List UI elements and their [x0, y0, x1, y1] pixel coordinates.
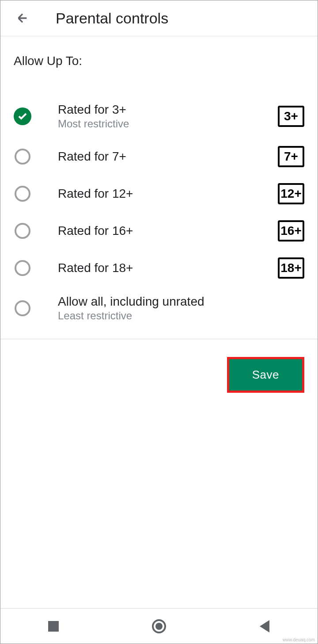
content-area: Allow Up To: Rated for 3+ Most restricti…	[0, 36, 318, 393]
age-badge-16: 16+	[278, 220, 304, 242]
option-label: Rated for 18+	[58, 261, 278, 275]
page-title: Parental controls	[56, 10, 168, 27]
button-row: Save	[14, 357, 304, 393]
watermark: www.deuaq.com	[283, 637, 315, 642]
rating-option-all[interactable]: Allow all, including unrated Least restr…	[14, 287, 304, 330]
option-text: Rated for 18+	[58, 261, 278, 275]
rating-option-18[interactable]: Rated for 18+ 18+	[14, 249, 304, 287]
radio-unselected-icon	[14, 148, 31, 165]
option-label: Allow all, including unrated	[58, 295, 304, 309]
radio-unselected-icon	[14, 185, 31, 203]
option-text: Rated for 3+ Most restrictive	[58, 103, 278, 130]
option-label: Rated for 12+	[58, 187, 278, 201]
nav-back-icon[interactable]	[247, 609, 282, 644]
rating-option-7[interactable]: Rated for 7+ 7+	[14, 138, 304, 175]
nav-home-icon[interactable]	[141, 609, 177, 644]
option-text: Rated for 16+	[58, 224, 278, 238]
age-badge-12: 12+	[278, 183, 304, 204]
option-label: Rated for 3+	[58, 103, 278, 117]
radio-selected-icon	[14, 107, 31, 125]
radio-unselected-icon	[14, 222, 31, 240]
save-button-highlight: Save	[227, 357, 304, 393]
option-text: Rated for 7+	[58, 150, 278, 164]
age-badge-18: 18+	[278, 257, 304, 279]
age-badge-3: 3+	[278, 106, 304, 127]
radio-unselected-icon	[14, 299, 31, 317]
option-label: Rated for 16+	[58, 224, 278, 238]
back-arrow-icon[interactable]	[14, 9, 31, 27]
save-button[interactable]: Save	[229, 359, 302, 391]
option-text: Allow all, including unrated Least restr…	[58, 295, 304, 322]
age-badge-7: 7+	[278, 146, 304, 167]
rating-option-3[interactable]: Rated for 3+ Most restrictive 3+	[14, 95, 304, 138]
option-sublabel: Most restrictive	[58, 118, 278, 130]
system-nav-bar	[0, 608, 318, 644]
nav-recents-icon[interactable]	[36, 609, 71, 644]
rating-option-16[interactable]: Rated for 16+ 16+	[14, 212, 304, 249]
section-title: Allow Up To:	[14, 54, 304, 68]
header: Parental controls	[0, 0, 318, 36]
radio-unselected-icon	[14, 259, 31, 277]
rating-option-12[interactable]: Rated for 12+ 12+	[14, 175, 304, 212]
option-text: Rated for 12+	[58, 187, 278, 201]
option-label: Rated for 7+	[58, 150, 278, 164]
option-sublabel: Least restrictive	[58, 310, 304, 322]
divider	[0, 339, 318, 339]
